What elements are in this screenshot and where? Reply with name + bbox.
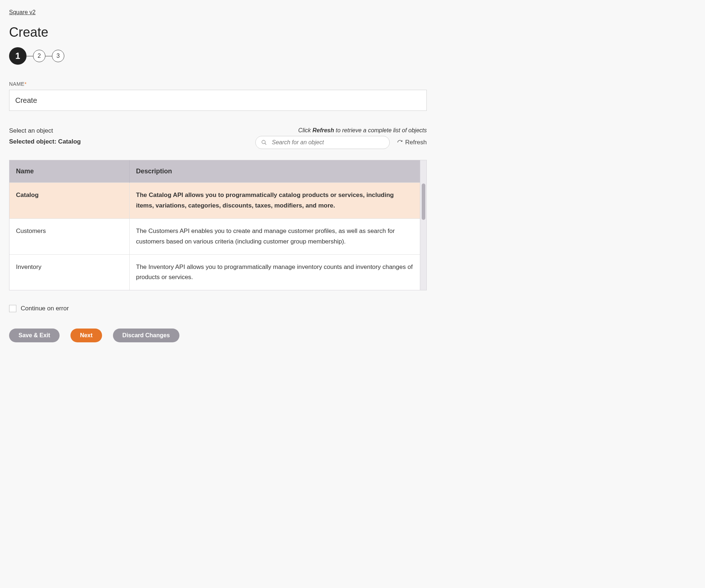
object-name-cell: Inventory — [9, 254, 129, 290]
refresh-button[interactable]: Refresh — [397, 139, 427, 146]
save-exit-button[interactable]: Save & Exit — [9, 329, 60, 342]
page-title: Create — [9, 25, 427, 40]
object-name-cell: Catalog — [9, 183, 129, 219]
step-2[interactable]: 2 — [33, 50, 45, 62]
selected-object-label: Selected object: Catalog — [9, 138, 81, 145]
continue-on-error-checkbox[interactable] — [9, 305, 16, 312]
object-description-cell: The Catalog API allows you to programmat… — [129, 183, 420, 219]
table-header-name: Name — [9, 160, 129, 183]
table-row[interactable]: CustomersThe Customers API enables you t… — [9, 218, 420, 254]
step-connector — [45, 56, 52, 56]
table-scrollbar[interactable] — [420, 160, 426, 290]
step-3[interactable]: 3 — [52, 50, 64, 62]
scrollbar-thumb[interactable] — [422, 184, 425, 220]
table-header-description: Description — [129, 160, 420, 183]
refresh-helper-text: Click Refresh to retrieve a complete lis… — [255, 127, 427, 134]
breadcrumb-link[interactable]: Square v2 — [9, 9, 36, 16]
object-description-cell: The Inventory API allows you to programm… — [129, 254, 420, 290]
name-input[interactable] — [9, 90, 427, 111]
table-row[interactable]: CatalogThe Catalog API allows you to pro… — [9, 183, 420, 219]
table-row[interactable]: InventoryThe Inventory API allows you to… — [9, 254, 420, 290]
svg-line-1 — [265, 143, 266, 145]
object-name-cell: Customers — [9, 218, 129, 254]
object-description-cell: The Customers API enables you to create … — [129, 218, 420, 254]
select-object-label: Select an object — [9, 127, 81, 134]
object-search-input[interactable] — [255, 136, 390, 149]
search-icon — [261, 140, 267, 145]
name-field-label: NAME* — [9, 81, 427, 87]
refresh-icon — [397, 140, 403, 145]
discard-changes-button[interactable]: Discard Changes — [113, 329, 179, 342]
step-connector — [27, 56, 33, 56]
step-1[interactable]: 1 — [9, 47, 27, 65]
next-button[interactable]: Next — [70, 329, 102, 342]
required-indicator: * — [24, 81, 27, 87]
stepper: 1 2 3 — [9, 47, 427, 65]
continue-on-error-label: Continue on error — [21, 305, 69, 312]
object-table: Name Description CatalogThe Catalog API … — [9, 160, 427, 290]
svg-point-0 — [262, 140, 265, 144]
